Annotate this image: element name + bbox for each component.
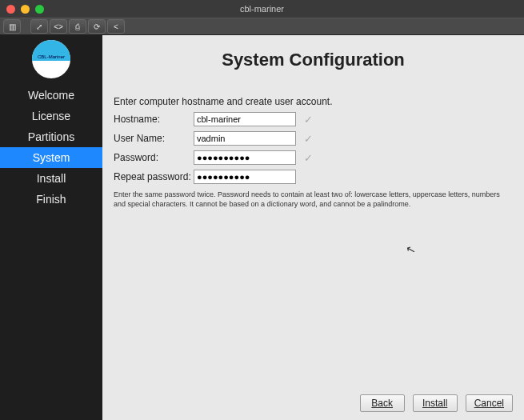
password-input[interactable] xyxy=(194,150,296,165)
toolbar-sidebar-button[interactable]: ▥ xyxy=(3,19,21,34)
repeat-password-label: Repeat password: xyxy=(114,171,194,182)
close-window-icon[interactable] xyxy=(6,5,15,14)
cancel-button[interactable]: Cancel xyxy=(466,394,513,412)
config-form: Hostname: ✓ User Name: ✓ Password: ✓ Rep… xyxy=(114,110,513,186)
sidebar-item-system[interactable]: System xyxy=(0,147,102,168)
sidebar-item-install[interactable]: Install xyxy=(0,168,102,189)
password-label: Password: xyxy=(114,152,194,163)
installer-app: CBL-Mariner Welcome License Partitions S… xyxy=(0,35,524,420)
check-icon: ✓ xyxy=(304,133,313,145)
vm-toolbar: ▥ ⤢ <> ⎙ ⟳ < xyxy=(0,18,524,35)
row-repeat-password: Repeat password: xyxy=(114,168,513,186)
password-hint: Enter the same password twice. Password … xyxy=(114,190,513,209)
window-controls xyxy=(0,5,44,14)
nav-steps: Welcome License Partitions System Instal… xyxy=(0,85,102,210)
sidebar-item-welcome[interactable]: Welcome xyxy=(0,85,102,106)
hostname-input[interactable] xyxy=(194,112,296,126)
logo-text: CBL-Mariner xyxy=(32,54,70,59)
username-input[interactable] xyxy=(194,131,296,146)
row-password: Password: ✓ xyxy=(114,149,513,166)
sidebar-item-finish[interactable]: Finish xyxy=(0,189,102,210)
toolbar-expand-button[interactable]: ⤢ xyxy=(30,19,48,34)
sidebar-item-partitions[interactable]: Partitions xyxy=(0,126,102,147)
row-username: User Name: ✓ xyxy=(114,130,513,147)
hostname-label: Hostname: xyxy=(114,114,194,125)
window-title: cbl-mariner xyxy=(0,4,524,14)
minimize-window-icon[interactable] xyxy=(21,5,30,14)
sidebar-item-license[interactable]: License xyxy=(0,106,102,126)
toolbar-code-button[interactable]: <> xyxy=(50,19,67,34)
footer-buttons: Back Install Cancel xyxy=(360,394,513,412)
window-titlebar: cbl-mariner xyxy=(0,0,524,18)
intro-text: Enter computer hostname and create user … xyxy=(114,96,513,107)
install-button[interactable]: Install xyxy=(413,394,458,412)
zoom-window-icon[interactable] xyxy=(35,5,44,14)
toolbar-refresh-button[interactable]: ⟳ xyxy=(88,19,106,34)
back-button-label: Back xyxy=(371,398,393,409)
install-button-label: Install xyxy=(422,398,447,409)
distro-logo: CBL-Mariner xyxy=(32,40,70,78)
page-title: System Configuration xyxy=(114,50,513,70)
check-icon: ✓ xyxy=(304,114,313,126)
back-button[interactable]: Back xyxy=(360,394,405,412)
row-hostname: Hostname: ✓ xyxy=(114,110,513,128)
cancel-button-label: Cancel xyxy=(474,398,504,409)
sidebar: CBL-Mariner Welcome License Partitions S… xyxy=(0,35,102,420)
mouse-cursor-icon: ↖ xyxy=(405,242,418,258)
username-label: User Name: xyxy=(114,133,194,144)
toolbar-print-button[interactable]: ⎙ xyxy=(69,19,86,34)
repeat-password-input[interactable] xyxy=(194,170,296,184)
toolbar-back-button[interactable]: < xyxy=(107,19,125,34)
check-icon: ✓ xyxy=(304,152,313,164)
main-content: System Configuration Enter computer host… xyxy=(102,35,524,420)
